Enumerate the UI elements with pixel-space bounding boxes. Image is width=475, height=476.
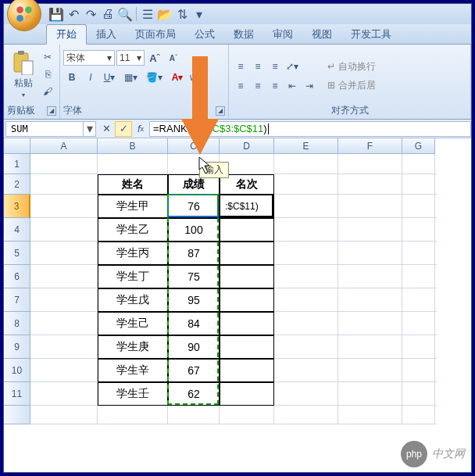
cell-name[interactable]: 学生丙 [98,242,168,265]
more-icon[interactable]: ▾ [192,7,206,21]
row-header[interactable]: 9 [4,335,30,359]
cell-name[interactable]: 学生庚 [98,335,168,359]
column-header[interactable]: D [220,138,274,154]
row-header[interactable] [4,406,30,424]
cell-rank[interactable] [220,288,274,312]
chevron-down-icon[interactable]: ▾ [83,122,95,136]
font-family-select[interactable]: 宋体▾ [63,50,115,66]
formula-input[interactable]: =RANK(C3,$C$3:$C$11) [149,121,471,137]
cell-name[interactable]: 学生壬 [98,382,168,406]
row-header[interactable]: 10 [4,359,30,382]
paste-button[interactable]: 粘贴 ▾ [7,50,39,98]
cell-name[interactable]: 学生辛 [98,359,168,382]
cancel-formula-button[interactable]: ✕ [98,121,115,137]
column-header[interactable]: A [30,138,98,154]
cell-score[interactable]: 62 [168,382,220,406]
shrink-font-icon[interactable]: Aˇ [166,50,181,66]
orientation-icon[interactable]: ⤢▾ [284,59,300,74]
column-header[interactable]: E [274,138,338,154]
open-icon[interactable]: 📂 [158,7,172,21]
indent-increase-icon[interactable]: ⇥ [302,78,317,94]
align-middle-icon[interactable]: ≡ [250,59,266,74]
cell-rank[interactable]: :$C$11) [220,195,274,218]
cell-rank[interactable] [220,359,274,382]
cell-name[interactable]: 学生乙 [98,218,168,242]
tab-pagelayout[interactable]: 页面布局 [126,25,185,44]
font-size-select[interactable]: 11▾ [116,50,145,66]
cell-score[interactable]: 90 [168,335,220,359]
bold-icon[interactable]: B [64,70,80,85]
row-header[interactable]: 2 [4,174,30,195]
print-icon[interactable]: 🖨 [101,7,115,21]
tab-review[interactable]: 审阅 [263,25,302,44]
cell-score[interactable]: 95 [168,288,220,312]
cell-rank[interactable] [220,242,274,265]
row-header[interactable]: 3 [4,195,30,218]
column-header[interactable]: G [402,138,435,154]
row-header[interactable]: 4 [4,218,30,242]
cell-score[interactable]: 67 [168,359,220,382]
underline-icon[interactable]: U▾ [102,70,117,85]
insert-function-button[interactable]: fx [132,121,149,137]
undo-icon[interactable]: ↶ [66,7,80,21]
new-icon[interactable]: ☰ [141,7,155,21]
cell-rank[interactable] [220,218,274,242]
cell-rank[interactable] [220,312,274,335]
font-color-icon[interactable]: A▾ [167,70,188,85]
cell-score[interactable]: 87 [168,242,220,265]
align-left-icon[interactable]: ≡ [233,78,248,94]
align-right-icon[interactable]: ≡ [267,78,283,94]
save-icon[interactable]: 💾 [49,7,63,21]
italic-icon[interactable]: I [83,70,98,85]
row-header[interactable]: 7 [4,288,30,312]
enter-formula-button[interactable]: ✓ [115,121,132,137]
cell-rank[interactable] [220,335,274,359]
dialog-launcher-icon[interactable]: ◢ [216,106,225,116]
redo-icon[interactable]: ↷ [84,7,98,21]
grow-font-icon[interactable]: Aˆ [147,50,162,66]
merge-center-button[interactable]: ⊞合并后居 [324,77,379,94]
select-all-button[interactable] [4,138,30,154]
cell-rank[interactable] [220,382,274,406]
cell-name[interactable]: 学生丁 [98,265,168,288]
dialog-launcher-icon[interactable]: ◢ [47,106,56,116]
cell-score[interactable]: 75 [168,265,220,288]
cell-name[interactable]: 学生甲 [98,195,168,218]
cell-score[interactable]: 84 [168,312,220,335]
row-header[interactable]: 8 [4,312,30,335]
column-header[interactable]: B [98,138,168,154]
fill-color-icon[interactable]: 🪣▾ [144,70,164,85]
format-painter-icon[interactable]: 🖌 [40,84,55,99]
cell-name[interactable]: 学生戊 [98,288,168,312]
align-center-icon[interactable]: ≡ [250,78,266,94]
tab-developer[interactable]: 开发工具 [341,25,401,44]
align-top-icon[interactable]: ≡ [233,59,248,74]
name-box[interactable]: SUM ▾ [5,121,96,137]
indent-decrease-icon[interactable]: ⇤ [284,78,300,94]
column-header[interactable]: C [168,138,220,154]
phonetic-icon[interactable]: wén [191,70,206,85]
row-header[interactable]: 5 [4,242,30,265]
cell-rank[interactable] [220,265,274,288]
copy-icon[interactable]: ⎘ [40,66,55,82]
tab-formulas[interactable]: 公式 [185,25,224,44]
border-icon[interactable]: ▦▾ [120,70,141,85]
row-header[interactable]: 1 [4,154,30,174]
cell-name[interactable]: 学生己 [98,312,168,335]
align-bottom-icon[interactable]: ≡ [267,59,283,74]
tab-home[interactable]: 开始 [46,24,87,45]
row-header[interactable]: 11 [4,382,30,406]
tab-data[interactable]: 数据 [224,25,263,44]
tab-insert[interactable]: 插入 [87,25,126,44]
row-header[interactable]: 6 [4,265,30,288]
table-header[interactable]: 姓名 [98,174,168,195]
column-header[interactable]: F [338,138,402,154]
sort-icon[interactable]: ⇅ [175,7,189,21]
tab-view[interactable]: 视图 [302,25,341,44]
cell-score[interactable]: 76 [168,195,220,218]
wrap-text-button[interactable]: ↵自动换行 [324,59,379,75]
preview-icon[interactable]: 🔍 [118,7,132,21]
cell-score[interactable]: 100 [168,218,220,242]
cells-area[interactable]: 姓名成绩名次学生甲76:$C$11)学生乙100学生丙87学生丁75学生戊95学… [30,154,437,451]
cut-icon[interactable]: ✂ [40,49,55,65]
